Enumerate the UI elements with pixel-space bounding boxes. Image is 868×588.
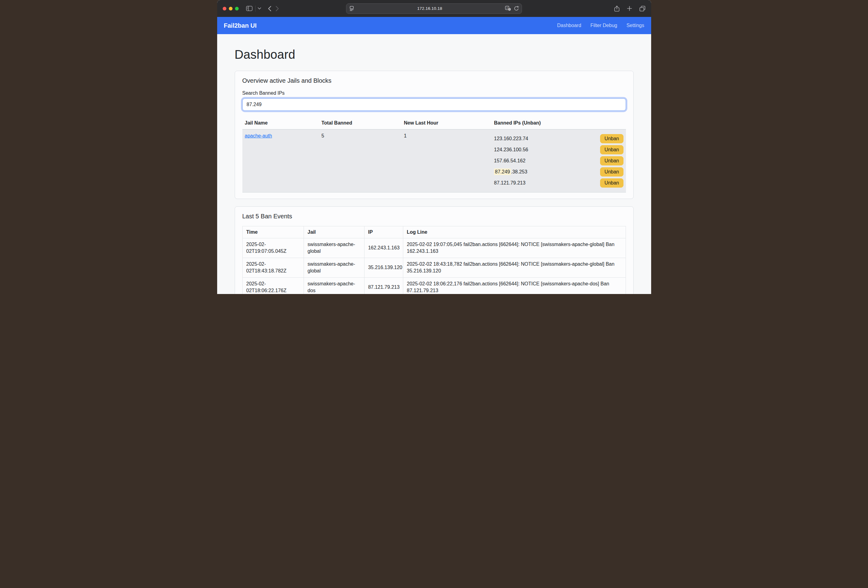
- jail-row: apache-auth 5 1 123.160.223.74 Unban 124…: [242, 130, 626, 193]
- back-icon: [268, 6, 271, 11]
- reader-icon[interactable]: [349, 6, 354, 11]
- new-tab-icon: [627, 6, 632, 11]
- brand-link[interactable]: Fail2ban UI: [224, 22, 257, 29]
- event-jail: swissmakers-apache-global: [304, 238, 364, 258]
- banned-ip-row: 123.160.223.74 Unban: [494, 133, 623, 144]
- banned-ip: 87.121.79.213: [494, 180, 526, 186]
- events-header-log-line: Log Line: [403, 226, 626, 238]
- back-button[interactable]: [268, 6, 271, 11]
- jails-table: Jail Name Total Banned New Last Hour Ban…: [242, 117, 626, 193]
- event-time: 2025-02-02T18:43:18.782Z: [242, 258, 304, 277]
- reload-icon[interactable]: [514, 6, 519, 11]
- nav-links: Dashboard Filter Debug Settings: [557, 23, 644, 28]
- banned-ip: 87.249.38.253: [494, 169, 527, 175]
- event-log-line: 2025-02-02 18:06:22,176 fail2ban.actions…: [403, 277, 626, 294]
- chevron-down-icon: [258, 7, 261, 10]
- translate-icon[interactable]: A x: [505, 6, 511, 11]
- svg-text:A: A: [506, 6, 508, 10]
- browser-window: 172.16.10.18 A x: [217, 0, 651, 294]
- jails-header-banned-ips: Banned IPs (Unban): [492, 117, 626, 130]
- address-bar[interactable]: 172.16.10.18 A x: [346, 3, 522, 14]
- jail-name-cell: apache-auth: [242, 130, 319, 193]
- unban-button[interactable]: Unban: [600, 156, 623, 165]
- sidebar-toggle-icon: [246, 6, 252, 11]
- nav-link-settings[interactable]: Settings: [627, 23, 644, 28]
- event-log-line: 2025-02-02 19:07:05,045 fail2ban.actions…: [403, 238, 626, 258]
- event-time: 2025-02-02T18:06:22.176Z: [242, 277, 304, 294]
- share-button[interactable]: [614, 6, 620, 12]
- unban-button[interactable]: Unban: [600, 134, 623, 143]
- overview-card: Overview active Jails and Blocks Search …: [235, 71, 633, 199]
- minimize-window-button[interactable]: [229, 7, 233, 10]
- forward-icon: [276, 6, 279, 11]
- total-banned-cell: 5: [319, 130, 402, 193]
- jails-header-new-last-hour: New Last Hour: [402, 117, 492, 130]
- banned-ip: 123.160.223.74: [494, 136, 528, 141]
- banned-ip-row: 87.121.79.213 Unban: [494, 177, 623, 189]
- ban-events-table: Time Jail IP Log Line 2025-02-02T19:07:0…: [242, 226, 626, 294]
- events-header-ip: IP: [364, 226, 403, 238]
- search-label: Search Banned IPs: [242, 90, 626, 96]
- banned-ip-row: 124.236.100.56 Unban: [494, 144, 623, 155]
- event-log-line: 2025-02-02 18:43:18,782 fail2ban.actions…: [403, 258, 626, 277]
- close-window-button[interactable]: [223, 7, 226, 10]
- new-tab-button[interactable]: [627, 6, 632, 11]
- overview-card-title: Overview active Jails and Blocks: [242, 77, 626, 84]
- unban-button[interactable]: Unban: [600, 145, 623, 155]
- highlight-mark: 87.249: [494, 168, 511, 175]
- zoom-window-button[interactable]: [235, 7, 239, 10]
- banned-ip: 124.236.100.56: [494, 147, 528, 153]
- banned-ips-cell: 123.160.223.74 Unban 124.236.100.56 Unba…: [492, 130, 626, 193]
- event-ip: 162.243.1.163: [364, 238, 403, 258]
- event-time: 2025-02-02T19:07:05.045Z: [242, 238, 304, 258]
- app-navbar: Fail2ban UI Dashboard Filter Debug Setti…: [217, 17, 651, 34]
- new-last-hour-cell: 1: [402, 130, 492, 193]
- events-header-jail: Jail: [304, 226, 364, 238]
- event-row: 2025-02-02T18:06:22.176Z swissmakers-apa…: [242, 277, 626, 294]
- search-input[interactable]: [242, 99, 626, 111]
- event-row: 2025-02-02T18:43:18.782Z swissmakers-apa…: [242, 258, 626, 277]
- ban-events-card: Last 5 Ban Events Time Jail IP Log Line …: [235, 206, 633, 294]
- browser-chrome: 172.16.10.18 A x: [217, 0, 651, 17]
- jails-header-jail-name: Jail Name: [242, 117, 319, 130]
- event-ip: 87.121.79.213: [364, 277, 403, 294]
- share-icon: [614, 6, 620, 12]
- jails-header-total-banned: Total Banned: [319, 117, 402, 130]
- unban-button[interactable]: Unban: [600, 178, 623, 187]
- event-ip: 35.216.139.120: [364, 258, 403, 277]
- nav-link-filter-debug[interactable]: Filter Debug: [590, 23, 617, 28]
- page-title: Dashboard: [235, 48, 633, 62]
- tab-overview-icon: [639, 6, 646, 11]
- event-jail: swissmakers-apache-dos: [304, 277, 364, 294]
- event-jail: swissmakers-apache-global: [304, 258, 364, 277]
- events-header-time: Time: [242, 226, 304, 238]
- nav-link-dashboard[interactable]: Dashboard: [557, 23, 581, 28]
- unban-button[interactable]: Unban: [600, 167, 623, 177]
- banned-ip: 157.66.54.162: [494, 158, 526, 164]
- jail-link[interactable]: apache-auth: [245, 133, 272, 139]
- forward-button[interactable]: [276, 6, 279, 11]
- sidebar-menu-button[interactable]: [258, 7, 261, 10]
- page-content: Dashboard Overview active Jails and Bloc…: [217, 34, 651, 294]
- tab-overview-button[interactable]: [639, 6, 646, 11]
- ban-events-card-title: Last 5 Ban Events: [242, 213, 626, 220]
- url-text: 172.16.10.18: [354, 6, 505, 11]
- banned-ip-row: 157.66.54.162 Unban: [494, 155, 623, 167]
- sidebar-toggle-button[interactable]: [246, 6, 252, 11]
- svg-text:x: x: [509, 8, 510, 10]
- event-row: 2025-02-02T19:07:05.045Z swissmakers-apa…: [242, 238, 626, 258]
- banned-ip-row: 87.249.38.253 Unban: [494, 167, 623, 177]
- traffic-lights: [223, 7, 239, 10]
